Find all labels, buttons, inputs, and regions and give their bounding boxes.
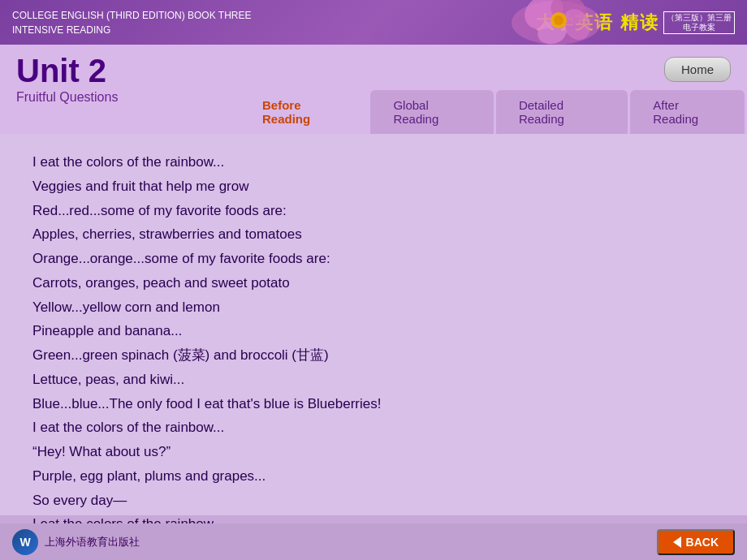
publisher-logo: W 上海外语教育出版社	[12, 529, 140, 555]
edition-text: （第三版）第三册电子教案	[663, 11, 735, 34]
tab-detailed-reading[interactable]: Detailed Reading	[496, 90, 628, 134]
publisher-name: 上海外语教育出版社	[45, 535, 140, 549]
publisher-logo-icon: W	[12, 529, 38, 555]
poem-line-1: Veggies and fruit that help me grow	[32, 174, 715, 199]
poem-line-5: Carrots, oranges, peach and sweet potato	[32, 271, 715, 295]
poem-line-2: Red...red...some of my favorite foods ar…	[32, 199, 715, 223]
tab-before-reading[interactable]: Before Reading	[240, 90, 368, 134]
poem-line-11: I eat the colors of the rainbow...	[32, 416, 715, 440]
header-line2: INTENSIVE READING	[12, 23, 252, 37]
poem-line-13: Purple, egg plant, plums and grapes...	[32, 464, 715, 489]
poem-line-12: “Hey! What about us?”	[32, 440, 715, 464]
svg-point-6	[554, 15, 563, 25]
main-content: I eat the colors of the rainbow... Veggi…	[0, 134, 747, 515]
poem-line-14: So every day—	[32, 489, 715, 513]
top-bar: COLLEGE ENGLISH (THIRD EDITION) BOOK THR…	[0, 0, 747, 45]
unit-header: Unit 2 Fruitful Questions Home Before Re…	[0, 45, 747, 134]
poem-line-8: Green...green spinach (菠菜) and broccoli …	[32, 343, 715, 368]
nav-tabs: Before Reading Global Reading Detailed R…	[240, 90, 747, 134]
flower-decoration	[503, 0, 609, 45]
poem-line-3: Apples, cherries, strawberries and tomat…	[32, 222, 715, 247]
back-button[interactable]: BACK	[657, 529, 735, 555]
poem-line-10: Blue...blue...The only food I eat that's…	[32, 392, 715, 416]
poem-line-9: Lettuce, peas, and kiwi...	[32, 368, 715, 392]
header-line1: COLLEGE ENGLISH (THIRD EDITION) BOOK THR…	[12, 8, 252, 23]
poem-text: I eat the colors of the rainbow... Veggi…	[32, 150, 715, 536]
footer: W 上海外语教育出版社 BACK	[0, 523, 747, 560]
header-text: COLLEGE ENGLISH (THIRD EDITION) BOOK THR…	[12, 8, 252, 37]
poem-line-4: Orange...orange...some of my favorite fo…	[32, 247, 715, 271]
tab-after-reading[interactable]: After Reading	[630, 90, 745, 134]
poem-line-6: Yellow...yellow corn and lemon	[32, 295, 715, 320]
back-arrow-icon	[673, 536, 681, 548]
poem-line-0: I eat the colors of the rainbow...	[32, 150, 715, 174]
home-button[interactable]: Home	[664, 57, 731, 82]
tab-global-reading[interactable]: Global Reading	[370, 90, 494, 134]
unit-title: Unit 2	[16, 53, 731, 88]
poem-line-7: Pineapple and banana...	[32, 319, 715, 343]
